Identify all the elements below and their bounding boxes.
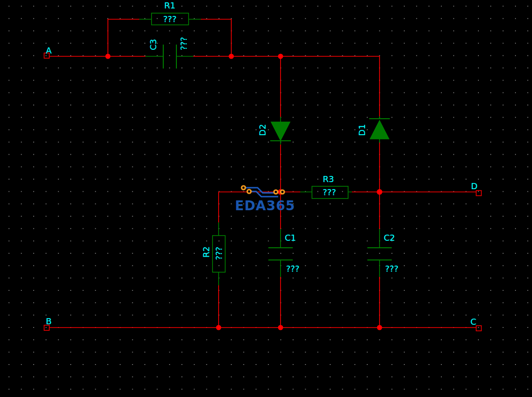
resistor-R3-value-label[interactable]: ??? — [323, 188, 336, 197]
schematic-canvas[interactable]: R1 ??? C3 ??? A B C D D2 D1 R3 ??? R2 ??… — [0, 0, 532, 397]
capacitor-C3-value-label[interactable]: ??? — [180, 37, 188, 51]
port-B-label[interactable]: B — [46, 317, 52, 326]
resistor-R2-value-label[interactable]: ??? — [215, 247, 223, 260]
resistor-R3-ref-label[interactable]: R3 — [323, 175, 334, 183]
junction-dot — [377, 189, 382, 195]
resistor-R1-value-label[interactable]: ??? — [163, 15, 177, 23]
watermark-via — [274, 190, 278, 194]
watermark-via — [281, 190, 284, 194]
diode-D1-ref-label[interactable]: D1 — [358, 124, 366, 136]
junction-dot — [229, 54, 234, 59]
port-D-label[interactable]: D — [471, 182, 478, 191]
watermark-via — [242, 186, 245, 190]
port-A-label[interactable]: A — [46, 46, 52, 55]
capacitor-C3-ref-label[interactable]: C3 — [149, 39, 158, 50]
capacitor-C2-ref-label[interactable]: C2 — [384, 234, 395, 242]
capacitor-C1-value-label[interactable]: ??? — [286, 265, 300, 273]
junction-dot — [106, 54, 111, 59]
resistor-R2-ref-label[interactable]: R2 — [202, 246, 211, 258]
capacitor-C1-ref-label[interactable]: C1 — [285, 234, 296, 242]
watermark-via — [247, 190, 251, 193]
port-C-label[interactable]: C — [471, 318, 477, 326]
junction-dot — [377, 325, 382, 330]
resistor-R1-ref-label[interactable]: R1 — [164, 1, 175, 10]
junction-dot — [216, 325, 221, 330]
junction-dot — [278, 54, 283, 59]
watermark-text: EDA365 — [235, 199, 296, 213]
diode-D2-ref-label[interactable]: D2 — [258, 124, 267, 136]
junction-dot — [278, 325, 283, 330]
capacitor-C2-value-label[interactable]: ??? — [385, 265, 399, 273]
